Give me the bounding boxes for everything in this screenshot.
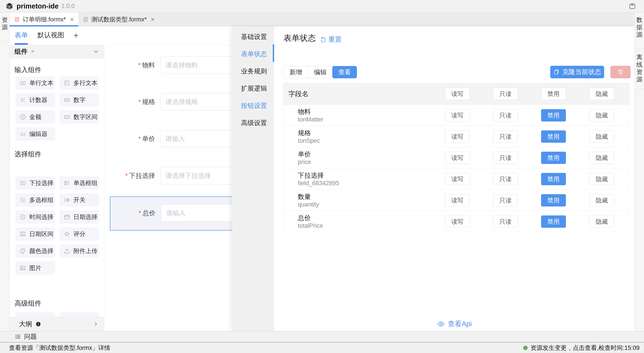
state-button[interactable]: 读写 — [445, 130, 470, 143]
state-header-button[interactable]: 隐藏 — [590, 88, 614, 100]
state-header-button[interactable]: 禁用 — [541, 88, 566, 100]
state-header-button[interactable]: 只读 — [493, 88, 518, 100]
field-name: 数量 — [298, 192, 311, 201]
field-state-row: 规格tonSpec读写只读禁用隐藏 — [283, 126, 629, 147]
outline-bar[interactable]: 大纲 i — [10, 317, 104, 331]
settings-menu-item[interactable]: 业务规则 — [232, 63, 274, 80]
field-state-row: 数量quantity读写只读禁用隐藏 — [283, 190, 629, 211]
component-label: 计数器 — [29, 96, 48, 104]
component-label: 颜色选择 — [29, 247, 54, 255]
settings-menu-item[interactable]: 基础设置 — [232, 28, 274, 46]
component-item-多选框组[interactable]: 多选框组 — [16, 193, 55, 207]
status-left-text[interactable]: 查看资源「测试数据类型.formx」详情 — [9, 344, 110, 352]
component-item-hidden[interactable] — [60, 312, 99, 317]
chevron-right-icon[interactable] — [93, 321, 99, 327]
view-tab[interactable]: 表单 — [14, 31, 28, 45]
state-button[interactable]: 只读 — [493, 109, 518, 122]
state-button[interactable]: 禁用 — [541, 109, 566, 122]
state-button[interactable]: 读写 — [445, 152, 470, 164]
rail-item[interactable]: 资源 — [0, 12, 10, 42]
svg-text:A: A — [66, 82, 67, 84]
view-tab[interactable]: 默认视图 — [37, 31, 64, 45]
close-icon[interactable]: × — [70, 16, 74, 23]
status-right[interactable]: 资源发生变更，点击查看,检查时间:15:09 — [523, 344, 640, 352]
reset-button[interactable]: 重置 — [320, 35, 342, 44]
components-header[interactable]: 组件 — [10, 45, 104, 58]
rail-item[interactable]: 数据源 — [635, 12, 644, 49]
chevron-down-icon[interactable] — [93, 48, 99, 55]
svg-text:¥: ¥ — [22, 116, 24, 119]
component-item-数字区间[interactable]: 1~3数字区间 — [60, 110, 99, 124]
radio-group-icon — [64, 180, 70, 186]
state-button[interactable]: 禁用 — [541, 130, 566, 143]
state-button[interactable]: 隐藏 — [590, 173, 614, 185]
component-section-title: 高级组件 — [14, 299, 42, 308]
state-button[interactable]: 只读 — [493, 194, 518, 206]
view-api-link[interactable]: 查看Api — [437, 319, 472, 328]
state-button[interactable]: 隐藏 — [590, 216, 614, 228]
selected-component[interactable]: *总价请输入 — [110, 196, 240, 231]
state-button[interactable]: 只读 — [493, 173, 518, 185]
editor-tab[interactable]: 订单明细.formx*× — [10, 12, 78, 26]
component-item-日期区间[interactable]: 日期区间 — [16, 227, 55, 241]
field-state-table: 字段名 读写只读禁用隐藏 物料tonMatter读写只读禁用隐藏规格tonSpe… — [283, 83, 630, 232]
rail-item[interactable]: 离线资源 — [635, 49, 644, 89]
component-item-时间选择[interactable]: 时间选择 — [16, 210, 55, 224]
mode-button[interactable]: 编辑 — [308, 66, 332, 78]
mode-button[interactable]: 查看 — [332, 66, 357, 78]
settings-menu-item[interactable]: 高级设置 — [232, 114, 274, 132]
state-header-button[interactable]: 读写 — [445, 88, 470, 100]
component-item-单选框组[interactable]: 单选框组 — [60, 176, 99, 190]
component-item-金额[interactable]: ¥金额 — [16, 110, 55, 124]
component-item-单行文本[interactable]: A单行文本 — [16, 76, 55, 90]
component-item-下拉选择[interactable]: 下拉选择 — [16, 176, 55, 190]
component-item-计数器[interactable]: 计数器 — [16, 93, 55, 107]
num-range-icon: 1~3 — [64, 114, 70, 120]
mode-button[interactable]: 新增 — [284, 66, 308, 78]
add-view-button[interactable]: + — [74, 31, 78, 45]
problems-bar[interactable]: 问题 — [0, 331, 644, 342]
editor-tab[interactable]: 测试数据类型.formx*× — [78, 12, 159, 26]
state-button[interactable]: 读写 — [445, 216, 470, 228]
component-item-附件上传[interactable]: 附件上传 — [60, 244, 99, 258]
state-button[interactable]: 禁用 — [541, 173, 566, 185]
delete-state-button[interactable] — [610, 66, 630, 78]
component-item-日期选择[interactable]: 日期选择 — [60, 210, 99, 224]
component-item-hidden[interactable] — [16, 312, 55, 317]
state-button[interactable]: 只读 — [493, 152, 518, 164]
state-button[interactable]: 只读 — [493, 130, 518, 143]
state-button[interactable]: 读写 — [445, 109, 470, 122]
settings-menu-item[interactable]: 按钮设置 — [232, 97, 274, 114]
component-item-数字[interactable]: 123数字 — [60, 93, 99, 107]
clone-state-button[interactable]: 克隆当前状态 — [550, 66, 604, 78]
state-button[interactable]: 读写 — [445, 194, 470, 206]
switch-icon — [64, 197, 70, 203]
component-item-颜色选择[interactable]: 颜色选择 — [16, 244, 55, 258]
state-button[interactable]: 禁用 — [541, 152, 566, 164]
settings-menu-item[interactable]: 扩展逻辑 — [232, 80, 274, 97]
title-bar: primeton-ide 1.0.0 — [0, 0, 644, 12]
component-item-评分[interactable]: 评分 — [60, 227, 99, 241]
single-text-icon: A — [20, 80, 26, 86]
panel-toggle-icon[interactable] — [629, 3, 636, 10]
state-button[interactable]: 隐藏 — [590, 194, 614, 206]
field-code: quantity — [298, 201, 319, 208]
state-button[interactable]: 禁用 — [541, 216, 566, 228]
component-item-多行文本[interactable]: A多行文本 — [60, 76, 99, 90]
settings-menu-item[interactable]: 表单状态 — [232, 46, 274, 63]
svg-text:i: i — [38, 322, 39, 326]
field-name: 总价 — [298, 214, 311, 222]
state-button[interactable]: 只读 — [493, 216, 518, 228]
state-button[interactable]: 隐藏 — [590, 130, 614, 143]
component-item-开关[interactable]: 开关 — [60, 193, 99, 207]
state-button[interactable]: 读写 — [445, 173, 470, 185]
field-name: 单价 — [298, 150, 311, 159]
state-button[interactable]: 隐藏 — [590, 109, 614, 122]
state-button[interactable]: 隐藏 — [590, 152, 614, 164]
component-item-编辑器[interactable]: A编辑器 — [16, 127, 55, 141]
component-label: 金额 — [29, 113, 42, 121]
field-label: *规格 — [104, 93, 155, 110]
state-button[interactable]: 禁用 — [541, 194, 566, 206]
component-item-图片[interactable]: 图片 — [16, 261, 55, 275]
close-icon[interactable]: × — [151, 16, 155, 23]
